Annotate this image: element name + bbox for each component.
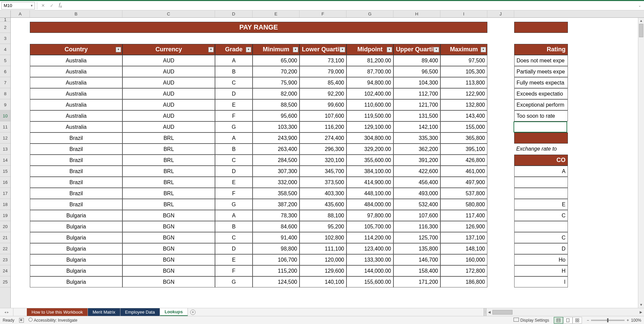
formula-bar-expand-icon[interactable]: ⌄ xyxy=(637,4,643,7)
filter-icon[interactable]: ▼ xyxy=(481,47,486,52)
table-cell[interactable]: 104,300 xyxy=(393,77,440,88)
table-cell[interactable]: 115,200 xyxy=(253,265,300,276)
cell[interactable] xyxy=(11,276,30,287)
col-header-I[interactable]: I xyxy=(440,10,487,17)
row-header-18[interactable]: 18 xyxy=(0,199,10,210)
table-cell[interactable]: 132,800 xyxy=(440,99,487,110)
table-cell[interactable]: 113,800 xyxy=(440,77,487,88)
table-cell[interactable]: C xyxy=(215,77,253,88)
table-cell[interactable]: BGN xyxy=(122,276,215,287)
macro-record-icon[interactable] xyxy=(19,318,24,323)
table-cell[interactable]: 384,100.00 xyxy=(346,166,393,177)
rating-cell[interactable]: Too soon to rate xyxy=(514,110,568,121)
table-cell[interactable]: 461,000 xyxy=(440,166,487,177)
scroll-left-icon[interactable]: ◀ xyxy=(486,310,492,314)
table-cell[interactable]: 105,700.00 xyxy=(346,221,393,232)
table-cell[interactable]: 123,400.00 xyxy=(346,243,393,254)
header-midpoint[interactable]: Midpoint▼ xyxy=(346,44,393,55)
table-cell[interactable]: 387,200 xyxy=(253,199,300,210)
table-cell[interactable]: 426,800 xyxy=(440,155,487,166)
cell[interactable] xyxy=(487,199,514,210)
table-cell[interactable]: 89,400 xyxy=(393,55,440,66)
table-cell[interactable]: 186,800 xyxy=(440,276,487,287)
side-co-cell[interactable]: I xyxy=(514,276,568,287)
side-co-cell[interactable] xyxy=(514,177,568,188)
rating-cell[interactable]: Fully meets expecta xyxy=(514,77,568,88)
tab-nav-buttons[interactable]: ◂ ▸ xyxy=(0,308,13,316)
table-cell[interactable]: 493,000 xyxy=(393,188,440,199)
table-cell[interactable]: F xyxy=(215,188,253,199)
table-cell[interactable]: G xyxy=(215,199,253,210)
scroll-up-icon[interactable]: ▲ xyxy=(638,18,644,24)
cell[interactable] xyxy=(11,66,30,77)
cell[interactable] xyxy=(11,99,30,110)
cell[interactable] xyxy=(11,55,30,66)
table-cell[interactable]: 307,300 xyxy=(253,166,300,177)
side-co-cell[interactable] xyxy=(514,188,568,199)
table-cell[interactable]: A xyxy=(215,55,253,66)
table-cell[interactable]: Australia xyxy=(30,55,122,66)
table-cell[interactable]: 102,800 xyxy=(300,232,346,243)
filter-icon[interactable]: ▼ xyxy=(208,47,214,52)
table-cell[interactable]: 125,700 xyxy=(393,232,440,243)
table-cell[interactable]: F xyxy=(215,265,253,276)
table-cell[interactable]: 155,000 xyxy=(440,121,487,132)
table-cell[interactable]: G xyxy=(215,276,253,287)
col-header-A[interactable]: A xyxy=(11,10,30,17)
row-header-6[interactable]: 6 xyxy=(0,66,10,77)
table-cell[interactable]: 172,800 xyxy=(440,265,487,276)
table-cell[interactable]: F xyxy=(215,110,253,121)
table-cell[interactable]: 456,400 xyxy=(393,177,440,188)
row-header-10[interactable]: 10 xyxy=(0,110,10,121)
table-cell[interactable]: 332,000 xyxy=(253,177,300,188)
table-cell[interactable]: 448,100.00 xyxy=(346,188,393,199)
table-cell[interactable]: 122,900 xyxy=(440,88,487,99)
table-cell[interactable]: Brazil xyxy=(30,155,122,166)
row-header-21[interactable]: 21 xyxy=(0,232,10,243)
table-cell[interactable]: 137,100 xyxy=(440,232,487,243)
table-cell[interactable]: BRL xyxy=(122,155,215,166)
table-cell[interactable]: D xyxy=(215,166,253,177)
table-cell[interactable]: 537,800 xyxy=(440,188,487,199)
cell[interactable] xyxy=(487,110,514,121)
exchange-rate-note[interactable]: Exchange rate to xyxy=(514,144,568,155)
cell[interactable] xyxy=(487,66,514,77)
scroll-right-icon[interactable]: ▶ xyxy=(638,310,644,314)
table-cell[interactable]: Brazil xyxy=(30,166,122,177)
table-cell[interactable]: 320,100 xyxy=(300,155,346,166)
table-cell[interactable]: Brazil xyxy=(30,188,122,199)
table-cell[interactable]: 358,500 xyxy=(253,188,300,199)
table-cell[interactable]: 65,000 xyxy=(253,55,300,66)
side-co-cell[interactable]: E xyxy=(514,199,568,210)
hscroll-thumb[interactable] xyxy=(492,310,513,315)
table-cell[interactable]: Brazil xyxy=(30,177,122,188)
table-cell[interactable]: Australia xyxy=(30,88,122,99)
table-cell[interactable]: 296,300 xyxy=(300,144,346,155)
cell[interactable] xyxy=(11,88,30,99)
table-cell[interactable]: 284,500 xyxy=(253,155,300,166)
filter-icon[interactable]: ▼ xyxy=(116,47,121,52)
table-cell[interactable]: 133,300.00 xyxy=(346,254,393,265)
cell[interactable] xyxy=(11,243,30,254)
filter-icon[interactable]: ▼ xyxy=(246,47,251,52)
table-cell[interactable]: D xyxy=(215,243,253,254)
cell[interactable] xyxy=(11,155,30,166)
table-cell[interactable]: 97,500 xyxy=(440,55,487,66)
table-cell[interactable]: E xyxy=(215,99,253,110)
table-cell[interactable]: 345,700 xyxy=(300,166,346,177)
cell[interactable] xyxy=(487,188,514,199)
table-cell[interactable]: 148,100 xyxy=(440,243,487,254)
table-cell[interactable]: 126,900 xyxy=(440,221,487,232)
table-cell[interactable]: 79,000 xyxy=(300,66,346,77)
side-co-cell[interactable]: C xyxy=(514,210,568,221)
table-cell[interactable]: 414,900.00 xyxy=(346,177,393,188)
row-header-25[interactable]: 25 xyxy=(0,276,10,287)
table-cell[interactable]: BRL xyxy=(122,132,215,144)
row-header-17[interactable]: 17 xyxy=(0,188,10,199)
table-cell[interactable]: 124,500 xyxy=(253,276,300,287)
row-header-1[interactable]: 1 xyxy=(0,18,10,22)
cell[interactable] xyxy=(487,276,514,287)
table-cell[interactable]: 117,400 xyxy=(440,210,487,221)
header-grade[interactable]: Grade▼ xyxy=(215,44,253,55)
table-cell[interactable]: BGN xyxy=(122,232,215,243)
